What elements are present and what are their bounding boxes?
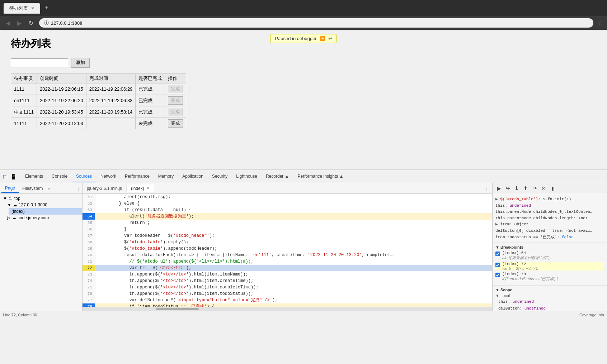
done-button[interactable]: 完成 bbox=[168, 108, 183, 116]
scope-this: this: undefined bbox=[495, 298, 604, 305]
bp-item-1: (index):64 alert('服务器返回数据为空'); bbox=[495, 251, 604, 260]
tab-sources[interactable]: Sources bbox=[72, 171, 96, 182]
file-tab-page[interactable]: Page bbox=[1, 184, 19, 193]
device-icon[interactable]: 📱 bbox=[10, 174, 17, 179]
forward-button[interactable]: ▶ bbox=[16, 18, 23, 28]
tab-memory[interactable]: Memory bbox=[154, 171, 178, 182]
tab-application[interactable]: Application bbox=[178, 171, 208, 182]
cell-created: 2022-11-19 22:06:15 bbox=[37, 83, 86, 95]
cell-created: 2022-11-19 22:06:20 bbox=[37, 95, 86, 106]
cell-action: 完成 bbox=[165, 83, 186, 95]
code-line-65: 65 return ; bbox=[83, 220, 492, 226]
expr-5: ▶ item: Object bbox=[495, 221, 604, 228]
deactivate-bp-button[interactable]: ⊘ bbox=[540, 185, 547, 192]
cell-status: 已完成 bbox=[136, 83, 165, 95]
code-tab-index[interactable]: (index) ✕ bbox=[127, 185, 154, 192]
cell-completed: 2022-11-20 19:58:14 bbox=[86, 106, 136, 118]
code-panel: jquery-3.6.1.min.js (index) ✕ ⋮ 61 alert… bbox=[83, 183, 492, 311]
tab-security[interactable]: Security bbox=[208, 171, 232, 182]
inspect-icon[interactable]: ⬚ bbox=[3, 174, 8, 179]
bp-checkbox-2[interactable] bbox=[495, 263, 500, 267]
cell-completed: 2022-11-19 22:06:33 bbox=[86, 95, 136, 106]
done-button[interactable]: 完成 bbox=[168, 85, 183, 93]
cell-status: 已完成 bbox=[136, 106, 165, 118]
active-tab[interactable]: 待办列表 ✕ bbox=[4, 3, 40, 14]
nav-bar: ◀ ▶ ↻ ⓘ 127.0.0.1:3000 ☆ bbox=[0, 16, 607, 30]
col-header-completed: 完成时间 bbox=[86, 74, 136, 83]
bp-code-3: if (item.todoStatus == '已完成') { bbox=[502, 276, 558, 282]
step-out-button[interactable]: ⬆ bbox=[522, 185, 530, 192]
step-into-button[interactable]: ⬇ bbox=[513, 185, 521, 192]
file-panel-menu-icon[interactable]: ⋮ bbox=[76, 186, 81, 191]
code-tab-jquery-label: jquery-3.6.1.min.js bbox=[87, 186, 122, 191]
table-head: 待办事项 创建时间 完成时间 是否已完成 操作 bbox=[11, 74, 186, 83]
bp-item-2: (index):72 var tr = $('<tr></tr>'); bbox=[495, 262, 604, 270]
address-bar[interactable]: ⓘ 127.0.0.1:3000 bbox=[39, 18, 593, 28]
tab-performance[interactable]: Performance bbox=[121, 171, 154, 182]
tab-close-icon[interactable]: ✕ bbox=[31, 6, 34, 11]
code-tab-close-icon[interactable]: ✕ bbox=[146, 186, 150, 191]
devtools-tabs: ⬚ 📱 Elements Console Sources Network Per… bbox=[0, 170, 607, 183]
step-over-button[interactable]: ↪ bbox=[504, 185, 512, 192]
bp-file-1: (index):64 bbox=[502, 251, 551, 255]
table-row: 111112022-11-20 20:12:03未完成完成 bbox=[11, 118, 186, 129]
tree-item-top[interactable]: ▼ 🗀 top bbox=[0, 195, 82, 202]
pause-on-exceptions-button[interactable]: ⏸ bbox=[549, 185, 557, 192]
bp-checkbox-3[interactable] bbox=[495, 273, 500, 277]
tab-elements[interactable]: Elements bbox=[21, 171, 47, 182]
code-line-64[interactable]: 64 alert('服务器返回数据为空'); bbox=[83, 213, 492, 220]
code-line-71: 71 // $('#todo_ul').append($('<li></li>'… bbox=[83, 258, 492, 265]
cell-name: 11111 bbox=[11, 118, 37, 129]
horizontal-scrollbar[interactable] bbox=[83, 307, 492, 311]
scrollbar-thumb[interactable] bbox=[156, 308, 199, 310]
tree-item-jquery[interactable]: ▷ ☁ code.jquery.com bbox=[4, 215, 82, 221]
bp-checkbox-1[interactable] bbox=[495, 252, 500, 256]
scope-header: ▼ Scope bbox=[495, 288, 604, 292]
cell-created: 2022-11-20 20:12:03 bbox=[37, 118, 86, 129]
file-tab-more[interactable]: » bbox=[48, 186, 50, 191]
code-line-78[interactable]: 78 if (item.todoStatus == '已完成') { bbox=[83, 303, 492, 307]
todo-input[interactable] bbox=[11, 58, 68, 67]
tree-item-index[interactable]: (index) bbox=[9, 208, 82, 215]
tab-console[interactable]: Console bbox=[47, 171, 72, 182]
done-button[interactable]: 完成 bbox=[168, 119, 183, 128]
devtools-panel: ⬚ 📱 Elements Console Sources Network Per… bbox=[0, 169, 607, 318]
code-body[interactable]: 61 alert(result.msg); 62 } else { 63 if … bbox=[83, 194, 492, 307]
code-line-76: 76 tr.append($('<td></td>').html(item.to… bbox=[83, 291, 492, 297]
code-line-67: 67 var todoHeader = $('#todo_header'); bbox=[83, 233, 492, 239]
step-button[interactable]: ↷ bbox=[531, 185, 538, 192]
file-tab-filesystem[interactable]: Filesystem bbox=[19, 185, 46, 192]
done-button[interactable]: 完成 bbox=[168, 96, 183, 105]
add-button[interactable]: 添加 bbox=[71, 58, 90, 68]
expr-7: item.todoStatus == '已完成': false bbox=[495, 234, 604, 241]
code-tab-index-label: (index) bbox=[131, 186, 144, 191]
tab-recorder[interactable]: Recorder ▲ bbox=[262, 171, 293, 182]
tree-arrow-top: ▼ bbox=[3, 196, 7, 201]
step-over-icon[interactable]: ↩ bbox=[328, 36, 332, 41]
expr-3: this.parentNode.childNodes[0].textConten… bbox=[495, 209, 604, 215]
cell-name: 1111 bbox=[11, 83, 37, 95]
tab-network[interactable]: Network bbox=[96, 171, 121, 182]
resume-icon[interactable]: ▶️ bbox=[320, 36, 325, 41]
tab-performance-insights[interactable]: Performance insights ▲ bbox=[293, 171, 348, 182]
new-tab-button[interactable]: + bbox=[42, 3, 51, 13]
todo-tbody: 11112022-11-19 22:06:152022-11-19 22:06:… bbox=[11, 83, 186, 129]
code-tab-jquery[interactable]: jquery-3.6.1.min.js bbox=[83, 185, 127, 192]
code-line-77: 77 var delButton = $('<input type="butto… bbox=[83, 297, 492, 303]
scope-section: ▼ Scope ▼ Local this: undefined delButto… bbox=[493, 286, 607, 311]
code-line-72[interactable]: 72 var tr = $('<tr></tr>'); bbox=[83, 265, 492, 271]
code-line-62: 62 } else { bbox=[83, 200, 492, 207]
paused-text: Paused in debugger bbox=[275, 36, 316, 41]
tab-lighthouse[interactable]: Lighthouse bbox=[232, 171, 262, 182]
back-button[interactable]: ◀ bbox=[4, 18, 11, 28]
code-line-74: 74 tr.append($('<td></td>').html(item.cr… bbox=[83, 278, 492, 284]
code-panel-actions[interactable]: ⋮ bbox=[481, 186, 492, 191]
resume-button[interactable]: ▶ bbox=[495, 185, 503, 192]
address-text: 127.0.0.1:3000 bbox=[51, 20, 82, 26]
tree-item-origin[interactable]: ▼ ☁ 127.0.0.1:3000 bbox=[4, 202, 82, 208]
reload-button[interactable]: ↻ bbox=[27, 18, 35, 28]
bookmark-button[interactable]: ☆ bbox=[598, 20, 603, 27]
bp-code-2: var tr = $('<tr></tr>'); bbox=[502, 266, 538, 270]
expr-6: delButton[0].disabled = true: <not avail… bbox=[495, 228, 604, 234]
cell-action: 完成 bbox=[165, 106, 186, 118]
